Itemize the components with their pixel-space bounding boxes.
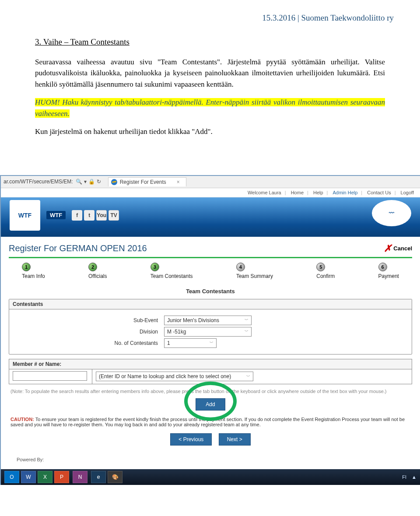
search-icon[interactable]: 🔍 xyxy=(76,179,82,185)
link-help[interactable]: Help xyxy=(313,190,323,195)
sub-event-label: Sub-Event xyxy=(15,317,164,323)
chevron-down-icon: ﹀ xyxy=(210,340,214,346)
add-button[interactable]: Add xyxy=(196,398,225,411)
caution-label: CAUTION: xyxy=(10,417,34,422)
taskbar-tray-icon[interactable]: ▲ xyxy=(412,474,416,480)
federation-logo[interactable]: 〰 xyxy=(372,200,411,226)
embedded-screenshot: ar.com/WTF/secure/EMS/EM: 🔍 ▾ 🔒 ↻ Regist… xyxy=(0,175,420,485)
cancel-button[interactable]: ✗ Cancel xyxy=(384,243,412,254)
wizard-steps: 1 Team Info 2 Officials 3 Team Contestan… xyxy=(22,263,399,279)
twitter-icon[interactable]: t xyxy=(84,210,94,221)
powered-by: Powered By: xyxy=(9,454,412,465)
taskbar-ie-icon[interactable]: e xyxy=(91,471,106,483)
refresh-icon[interactable]: ↻ xyxy=(97,179,101,185)
tv-icon[interactable]: TV xyxy=(108,210,119,221)
caution-text: CAUTION: To ensure your team is register… xyxy=(10,417,410,427)
link-home[interactable]: Home xyxy=(291,190,304,195)
doc-para-2: Kun järjestelmä on hakenut urheilijan ti… xyxy=(35,126,385,137)
address-bar-fragment[interactable]: ar.com/WTF/secure/EMS/EM: xyxy=(4,179,73,185)
wtf-badge: WTF xyxy=(46,211,66,219)
section-title: Team Contestants xyxy=(9,288,412,295)
member-lookup-table: Member # or Name: (Enter ID or Name to l… xyxy=(9,359,412,384)
ie-icon xyxy=(111,179,117,185)
taskbar-word-icon[interactable]: W xyxy=(21,471,36,483)
chevron-down-icon: ﹀ xyxy=(245,317,248,323)
step-team-contestants[interactable]: 3 Team Contestants xyxy=(150,263,193,279)
link-admin-help[interactable]: Admin Help xyxy=(332,190,357,195)
member-id-input[interactable] xyxy=(13,371,87,381)
doc-para-1: Seuraavassa vaiheessa avautuu sivu "Team… xyxy=(35,56,385,90)
facebook-icon[interactable]: f xyxy=(72,210,82,221)
doc-highlight-text: HUOM! Haku käynnistyy tab/tabulaattori-n… xyxy=(35,98,385,118)
doc-body: 3. Vaihe – Team Contestants Seuraavassa … xyxy=(0,27,420,162)
sub-event-select[interactable]: Junior Men's Divisions ﹀ xyxy=(164,316,252,325)
windows-taskbar: O W X P N e 🎨 FI ▲ xyxy=(1,469,420,485)
doc-header: 15.3.2016 | Suomen Taekwondoliitto ry xyxy=(0,0,420,27)
register-title: Register For GERMAN OPEN 2016 xyxy=(9,243,147,253)
taskbar-powerpoint-icon[interactable]: P xyxy=(54,471,69,483)
wtf-logo[interactable]: WTF xyxy=(10,200,40,231)
chevron-down-icon: ﹀ xyxy=(245,329,248,334)
taskbar-paint-icon[interactable]: 🎨 xyxy=(108,471,122,483)
step-payment[interactable]: 6 Payment xyxy=(378,263,399,279)
previous-button[interactable]: < Previous xyxy=(170,433,212,446)
link-contact[interactable]: Contact Us xyxy=(367,190,391,195)
chevron-down-icon: ﹀ xyxy=(246,374,250,379)
contestants-panel-head: Contestants xyxy=(9,299,412,309)
next-button[interactable]: Next > xyxy=(219,433,251,446)
taskbar-lang[interactable]: FI xyxy=(402,474,406,480)
taskbar-outlook-icon[interactable]: O xyxy=(4,471,19,483)
site-top-links: Welcome Laura| Home| Help| Admin Help| C… xyxy=(1,188,420,197)
tab-close-icon[interactable]: × xyxy=(177,179,180,185)
num-contestants-label: No. of Contestants xyxy=(15,340,164,346)
doc-title: 3. Vaihe – Team Contestants xyxy=(35,36,385,49)
member-lookup-select[interactable]: (Enter ID or Name to lookup and click he… xyxy=(96,372,253,381)
division-label: Division xyxy=(15,329,164,335)
link-logoff[interactable]: Logoff xyxy=(401,190,414,195)
lock-icon: 🔒 xyxy=(88,179,95,185)
num-contestants-select[interactable]: 1 ﹀ xyxy=(164,338,217,348)
browser-chrome: ar.com/WTF/secure/EMS/EM: 🔍 ▾ 🔒 ↻ Regist… xyxy=(1,176,420,188)
taskbar-excel-icon[interactable]: X xyxy=(38,471,52,483)
taskbar-onenote-icon[interactable]: N xyxy=(73,471,88,483)
youtube-icon[interactable]: You xyxy=(96,210,107,221)
lookup-note: (Note: To populate the search results af… xyxy=(10,389,410,394)
doc-highlight: HUOM! Haku käynnistyy tab/tabulaattori-n… xyxy=(35,97,385,119)
contestants-panel: Contestants Sub-Event Junior Men's Divis… xyxy=(9,299,412,355)
welcome-text: Welcome Laura xyxy=(248,190,281,195)
division-select[interactable]: M -51kg ﹀ xyxy=(164,327,252,337)
member-head: Member # or Name: xyxy=(9,359,412,369)
header-date-org: 15.3.2016 | Suomen Taekwondoliitto ry xyxy=(262,13,394,22)
step-team-info[interactable]: 1 Team Info xyxy=(22,263,45,279)
cancel-x-icon: ✗ xyxy=(384,243,392,254)
browser-tab[interactable]: Register For Events × xyxy=(108,177,186,186)
tab-title: Register For Events xyxy=(120,179,166,185)
step-confirm[interactable]: 5 Confirm xyxy=(316,263,335,279)
step-officials[interactable]: 2 Officials xyxy=(88,263,107,279)
site-banner: WTF WTF f t You TV 〰 xyxy=(1,197,420,237)
step-team-summary[interactable]: 4 Team Summary xyxy=(236,263,273,279)
